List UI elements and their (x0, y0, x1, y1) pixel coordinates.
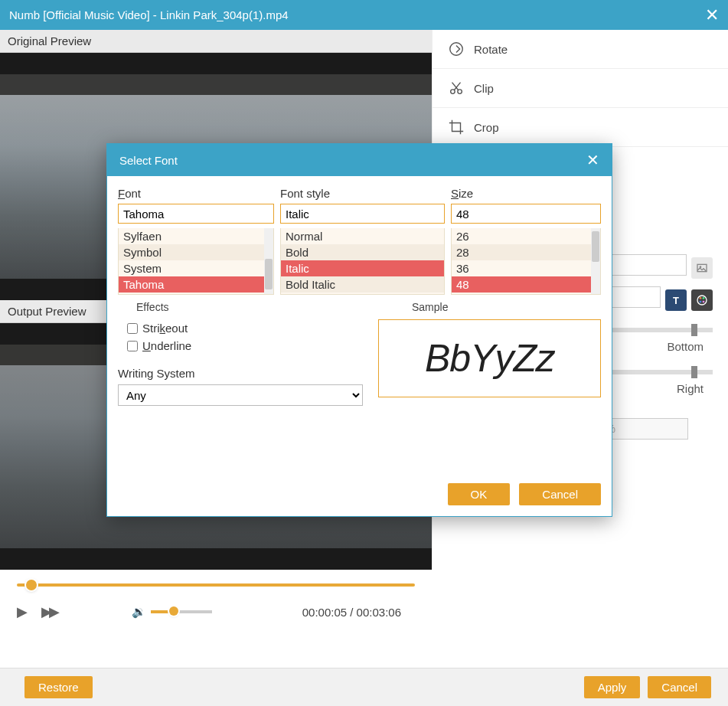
sample-group: Sample BbYyZz (378, 309, 601, 397)
size-label: Size (451, 185, 601, 204)
font-listbox[interactable]: SylfaenSymbolSystemTahoma (119, 228, 264, 294)
font-style-label: Font style (280, 185, 445, 204)
ok-button[interactable]: OK (448, 483, 511, 505)
svg-point-7 (703, 297, 705, 299)
list-item[interactable]: Tahoma (119, 276, 264, 293)
close-icon[interactable]: ✕ (705, 5, 719, 25)
text-button-icon[interactable]: T (665, 289, 687, 311)
list-item[interactable]: Italic (281, 260, 444, 276)
tool-rotate[interactable]: Rotate (433, 30, 728, 69)
list-item[interactable]: 36 (452, 260, 591, 276)
select-font-dialog: Select Font ✕ Font SylfaenSymbolSystemTa… (106, 143, 612, 517)
fast-forward-icon[interactable]: ▶▶ (41, 603, 57, 620)
underline-checkbox[interactable]: Underline (127, 337, 354, 355)
dialog-cancel-button[interactable]: Cancel (519, 483, 601, 505)
svg-point-5 (697, 296, 707, 305)
list-item[interactable]: Sylfaen (119, 228, 264, 244)
titlebar: Numb [Official Music Video] - Linkin Par… (0, 0, 728, 30)
sample-label: Sample (407, 301, 452, 313)
original-preview-label: Original Preview (0, 30, 432, 53)
list-item[interactable]: System (119, 260, 264, 276)
font-scrollbar[interactable] (264, 228, 273, 294)
strikeout-checkbox[interactable]: Strikeout (127, 319, 354, 337)
writing-system-label: Writing System (118, 367, 363, 380)
size-scrollbar[interactable] (591, 228, 600, 294)
play-icon[interactable]: ▶ (17, 603, 28, 620)
image-picker-icon[interactable] (691, 257, 713, 279)
footer-bar: Restore Apply Cancel (0, 668, 728, 706)
time-display: 00:00:05 / 00:03:06 (302, 606, 415, 619)
time-total: 00:03:06 (357, 606, 401, 619)
font-label: Font (118, 185, 274, 204)
seek-bar[interactable] (17, 583, 415, 587)
svg-point-6 (700, 297, 702, 299)
volume-icon[interactable]: 🔉 (132, 605, 146, 619)
list-item[interactable]: 28 (452, 244, 591, 260)
cancel-button[interactable]: Cancel (648, 676, 711, 698)
color-picker-icon[interactable] (691, 289, 713, 311)
window-title: Numb [Official Music Video] - Linkin Par… (9, 8, 705, 21)
writing-system-select[interactable]: Any (118, 384, 363, 406)
rotate-icon (448, 41, 465, 57)
font-style-listbox[interactable]: NormalBoldItalicBold Italic (281, 228, 444, 294)
crop-icon (448, 119, 465, 136)
tool-rotate-label: Rotate (474, 43, 508, 56)
clip-icon (448, 80, 465, 96)
font-input[interactable] (118, 204, 274, 224)
effects-label: Effects (132, 301, 174, 313)
player-bar: ▶ ▶▶ 🔉 00:00:05 / 00:03:06 (0, 570, 432, 625)
list-item[interactable]: Bold (281, 244, 444, 260)
list-item[interactable]: 26 (452, 228, 591, 244)
volume-slider[interactable] (151, 610, 212, 613)
tool-crop[interactable]: Crop (433, 108, 728, 147)
effects-group: Effects Strikeout Underline (118, 309, 363, 359)
dialog-close-icon[interactable]: ✕ (586, 151, 599, 169)
size-input[interactable] (451, 204, 601, 224)
dialog-title: Select Font (119, 154, 586, 167)
tool-clip-label: Clip (474, 82, 494, 95)
apply-button[interactable]: Apply (584, 676, 641, 698)
font-style-input[interactable] (280, 204, 445, 224)
list-item[interactable]: Symbol (119, 244, 264, 260)
svg-point-8 (700, 301, 702, 303)
dialog-titlebar: Select Font ✕ (107, 144, 612, 176)
list-item[interactable]: 48 (452, 276, 591, 293)
seek-thumb[interactable] (26, 580, 37, 590)
tool-crop-label: Crop (474, 121, 499, 134)
list-item[interactable]: Normal (281, 228, 444, 244)
tool-clip[interactable]: Clip (433, 69, 728, 108)
size-listbox[interactable]: 26283648 (452, 228, 591, 294)
restore-button[interactable]: Restore (24, 676, 93, 698)
svg-point-0 (450, 43, 463, 56)
sample-preview: BbYyZz (378, 319, 601, 397)
time-current: 00:00:05 (302, 606, 347, 619)
list-item[interactable]: Bold Italic (281, 276, 444, 293)
svg-point-9 (703, 301, 705, 303)
